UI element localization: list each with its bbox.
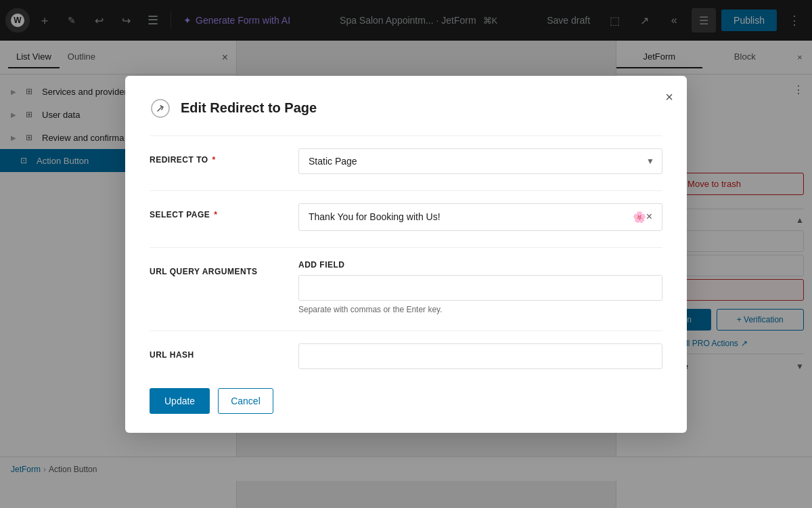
required-marker: * (211, 210, 217, 219)
select-page-input-wrap: Thank You for Booking with Us! 🌸 × (298, 203, 662, 231)
edit-redirect-modal: Edit Redirect to Page × REDIRECT TO * St… (125, 76, 687, 433)
select-page-label: SELECT PAGE * (150, 203, 298, 219)
required-marker: * (210, 155, 216, 165)
url-query-input[interactable] (298, 275, 662, 301)
redirect-to-row: REDIRECT TO * Static Page Dynamic URL Pr… (150, 135, 662, 174)
url-query-row: URL QUERY ARGUMENTS ADD FIELD Separate w… (150, 247, 662, 314)
url-hash-label: URL HASH (150, 343, 298, 360)
url-hash-row: URL HASH (150, 331, 662, 369)
update-button[interactable]: Update (150, 388, 210, 414)
select-page-field: Thank You for Booking with Us! 🌸 × (298, 203, 662, 231)
modal-icon (150, 98, 171, 119)
url-query-hint: Separate with commas or the Enter key. (298, 305, 662, 314)
page-emoji: 🌸 (633, 211, 646, 224)
redirect-icon (151, 99, 170, 118)
modal-header: Edit Redirect to Page (150, 98, 662, 119)
modal-overlay: Edit Redirect to Page × REDIRECT TO * St… (0, 0, 812, 508)
url-query-label: URL QUERY ARGUMENTS (150, 260, 298, 276)
page-value-display: Thank You for Booking with Us! 🌸 × (298, 203, 662, 231)
select-page-row: SELECT PAGE * Thank You for Booking with… (150, 190, 662, 231)
modal-footer: Update Cancel (150, 388, 662, 414)
url-hash-field (298, 343, 662, 369)
modal-body: REDIRECT TO * Static Page Dynamic URL Pr… (150, 135, 662, 369)
page-value-text: Thank You for Booking with Us! (309, 211, 629, 222)
redirect-to-select-wrap: Static Page Dynamic URL Previous Page ▼ (298, 148, 662, 174)
redirect-to-label: REDIRECT TO * (150, 148, 298, 165)
redirect-to-field: Static Page Dynamic URL Previous Page ▼ (298, 148, 662, 174)
page-clear-button[interactable]: × (646, 211, 652, 223)
cancel-button[interactable]: Cancel (218, 388, 273, 414)
add-field-label: ADD FIELD (298, 260, 662, 270)
redirect-to-select[interactable]: Static Page Dynamic URL Previous Page (298, 148, 662, 174)
modal-close-button[interactable]: × (665, 89, 673, 105)
url-query-field: ADD FIELD Separate with commas or the En… (298, 260, 662, 314)
modal-title: Edit Redirect to Page (181, 100, 317, 116)
url-hash-input[interactable] (298, 343, 662, 369)
